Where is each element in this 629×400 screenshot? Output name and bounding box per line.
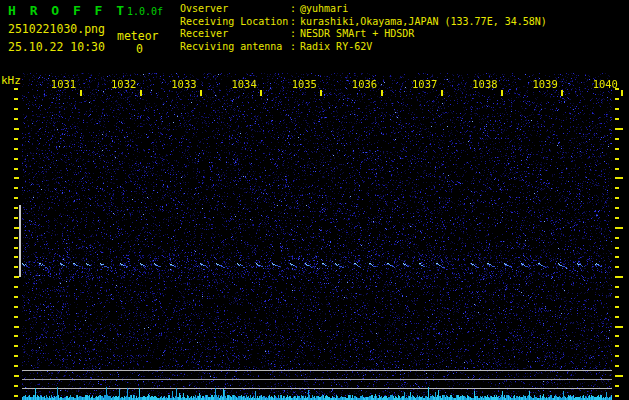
freq-minor-tick [14,88,18,90]
freq-minor-tick [14,335,18,337]
info-label: Ovserver [180,3,290,16]
info-separator: : [290,3,300,16]
freq-major-tick [14,177,19,179]
app-title: H R O F F T [8,3,127,18]
right-freq-tick [615,187,619,189]
info-value: Radix RY-62V [300,41,372,52]
info-row-1: Receiving Location:kurashiki,Okayama,JAP… [180,16,625,29]
freq-minor-tick [14,256,18,258]
header-bar: H R O F F T 1.0.0f 2510221030.png 25.10.… [0,0,629,62]
info-separator: : [290,41,300,54]
freq-major-tick [14,128,19,130]
spectrogram-plot: kHz 103110321033103410351036103710381039… [0,62,629,400]
station-info: Ovserver:@yuhmariReceiving Location:kura… [180,3,625,54]
freq-major-tick [14,375,19,377]
info-row-2: Receiver:NESDR SMArt + HDSDR [180,28,625,41]
freq-minor-tick [14,385,18,387]
freq-minor-tick [14,118,18,120]
app-version: 1.0.0f [127,6,163,17]
freq-minor-tick [14,98,18,100]
right-freq-tick [615,276,623,278]
freq-minor-tick [14,306,18,308]
freq-minor-tick [14,217,18,219]
right-freq-tick [615,108,619,110]
right-freq-tick [615,326,623,328]
info-separator: : [290,16,300,29]
right-freq-tick [615,395,619,397]
time-tick-mark [561,90,563,96]
right-freq-tick [615,256,619,258]
freq-minor-tick [14,247,18,249]
right-freq-tick [615,286,619,288]
freq-minor-tick [14,197,18,199]
freq-minor-tick [14,365,18,367]
freq-minor-tick [14,138,18,140]
right-freq-tick [615,385,619,387]
hrofft-window: H R O F F T 1.0.0f 2510221030.png 25.10.… [0,0,629,400]
right-freq-tick [615,158,619,160]
right-freq-tick [615,266,619,268]
freq-minor-tick [14,148,18,150]
right-freq-tick [615,227,623,229]
freq-minor-tick [14,296,18,298]
right-freq-tick [615,148,619,150]
spectrogram-canvas [22,62,612,400]
time-tick-label: 1039 [532,78,557,90]
freq-minor-tick [14,187,18,189]
freq-minor-tick [14,158,18,160]
right-freq-tick [615,247,619,249]
time-tick-mark [80,90,82,96]
right-freq-tick [615,118,619,120]
time-tick-mark [320,90,322,96]
freq-minor-tick [14,207,18,209]
time-tick-label: 1035 [292,78,317,90]
right-freq-tick [615,168,619,170]
meteor-count-value: 0 [136,42,143,56]
output-filename: 2510221030.png [8,22,105,36]
time-tick-label: 1031 [51,78,76,90]
freq-unit-label: kHz [1,74,21,87]
freq-minor-tick [14,345,18,347]
right-freq-tick [615,306,619,308]
info-row-0: Ovserver:@yuhmari [180,3,625,16]
time-tick-mark [501,90,503,96]
freq-major-tick [14,326,19,328]
time-tick-label: 1037 [412,78,437,90]
info-value: NESDR SMArt + HDSDR [300,28,414,39]
right-freq-tick [615,217,619,219]
right-freq-tick [615,365,619,367]
right-freq-tick [615,88,619,90]
freq-minor-tick [14,286,18,288]
right-freq-tick [615,177,623,179]
freq-minor-tick [14,108,18,110]
right-freq-tick [615,375,623,377]
timestamp: 25.10.22 10:30 [8,40,105,54]
time-tick-mark [441,90,443,96]
time-tick-mark [260,90,262,96]
right-freq-tick [615,296,619,298]
freq-minor-tick [14,237,18,239]
time-tick-label: 1034 [231,78,256,90]
right-freq-tick [615,355,619,357]
info-row-3: Recviving antenna:Radix RY-62V [180,41,625,54]
freq-minor-tick [14,168,18,170]
freq-minor-tick [14,355,18,357]
time-tick-mark [200,90,202,96]
time-tick-mark [140,90,142,96]
right-freq-tick [615,316,619,318]
freq-minor-tick [14,316,18,318]
detection-band-marker [19,205,21,277]
right-freq-tick [615,138,619,140]
time-tick-label: 1033 [171,78,196,90]
time-tick-label: 1032 [111,78,136,90]
time-tick-label: 1036 [352,78,377,90]
right-freq-tick [615,207,619,209]
info-value: kurashiki,Okayama,JAPAN (133.77E, 34.58N… [300,16,547,27]
info-label: Recviving antenna [180,41,290,54]
right-freq-tick [615,345,619,347]
time-tick-label: 1038 [472,78,497,90]
right-freq-tick [615,335,619,337]
time-tick-mark [621,90,623,96]
info-value: @yuhmari [300,3,348,14]
info-label: Receiver [180,28,290,41]
